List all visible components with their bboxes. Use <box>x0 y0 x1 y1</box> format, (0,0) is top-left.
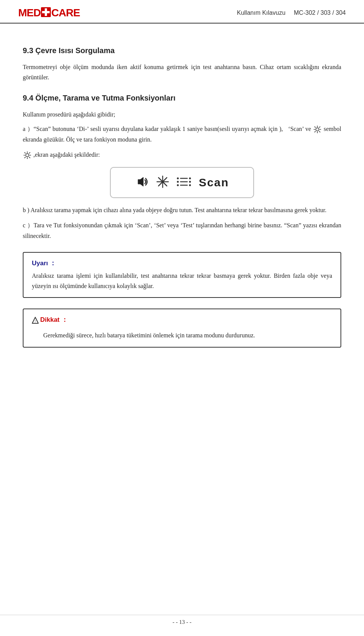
svg-point-26 <box>162 181 164 183</box>
manual-label: Kullanım Kılavuzu <box>237 9 286 16</box>
dikkat-box: ! Dikkat ： Gerekmediği sürece, hızlı bat… <box>23 309 341 348</box>
logo-care-text: CARE <box>51 7 80 19</box>
section-9-4-sublabel: Kullanım prosedürü aşağıdaki gibidir; <box>23 109 341 120</box>
svg-point-34 <box>189 181 191 183</box>
svg-text:!: ! <box>35 320 36 323</box>
dots-svg <box>176 175 192 188</box>
para-a-screen-desc: ,ekran aşağıdaki şekildedir: <box>23 150 341 160</box>
dikkat-title-row: ! Dikkat ： <box>32 315 332 327</box>
svg-point-35 <box>189 184 191 186</box>
svg-line-8 <box>315 127 315 128</box>
svg-point-33 <box>189 177 191 179</box>
svg-line-18 <box>29 157 30 158</box>
svg-point-27 <box>177 177 179 179</box>
dikkat-title-text: Dikkat ： <box>40 315 68 324</box>
scan-label: Scan <box>199 176 229 189</box>
svg-rect-2 <box>42 11 50 13</box>
cross-svg <box>41 7 51 17</box>
header-title: Kullanım Kılavuzu MC-302 / 303 / 304 <box>237 9 346 16</box>
svg-line-10 <box>319 127 320 128</box>
para-b: b ) Aralıksız tarama yapmak için cihazı … <box>23 205 341 216</box>
page-footer: - - 13 - - <box>0 615 364 625</box>
svg-line-20 <box>25 157 25 158</box>
page-content: 9.3 Çevre Isısı Sorgulama Termometreyi o… <box>0 24 364 377</box>
header: MED CARE Kullanım Kılavuzu MC-302 / 303 … <box>0 0 364 24</box>
logo: MED CARE <box>18 7 80 19</box>
asterisk-svg <box>156 175 169 188</box>
section-9-3-para1: Termometreyi obje ölçüm modunda iken akt… <box>23 62 341 82</box>
svg-marker-21 <box>138 177 143 186</box>
svg-point-29 <box>177 184 179 186</box>
svg-point-3 <box>316 128 319 131</box>
para-a: a ）“Scan” butonuna ‘Di-’ sesli uyarısı d… <box>23 124 341 145</box>
model-number: MC-302 / 303 / 304 <box>294 9 346 16</box>
dots-dashes-icon <box>176 175 192 190</box>
logo-med-text: MED <box>18 7 41 19</box>
svg-line-11 <box>315 131 315 132</box>
page-number: - - 13 - - <box>173 619 191 625</box>
scan-spin-icon2 <box>24 151 31 159</box>
para-c: c ）Tara ve Tut fonksiyonundan çıkmak içi… <box>23 220 341 241</box>
ekran-desc: ,ekran aşağıdaki şekildedir: <box>33 151 100 158</box>
dikkat-text: Gerekmediği sürece, hızlı batarya tüketi… <box>43 330 332 341</box>
triangle-warning-icon: ! <box>32 317 39 325</box>
svg-point-28 <box>177 181 179 183</box>
asterisk-icon <box>156 175 169 190</box>
logo-cross-icon <box>41 7 51 19</box>
speaker-icon <box>135 175 149 190</box>
scan-spin-icon <box>314 126 321 133</box>
warning-box: Uyarı ： Aralıksız tarama işlemi için kul… <box>23 252 341 298</box>
section-9-3-title: 9.3 Çevre Isısı Sorgulama <box>23 46 341 55</box>
triangle-svg: ! <box>32 317 39 324</box>
warning-title: Uyarı ： <box>32 259 332 268</box>
svg-line-9 <box>319 131 320 132</box>
svg-point-12 <box>26 154 29 157</box>
svg-line-17 <box>25 153 25 153</box>
section-9-4-title: 9.4 Ölçme, Tarama ve Tutma Fonksiyonları <box>23 94 341 102</box>
warning-text: Aralıksız tarama işlemi için kullanılabi… <box>32 271 332 291</box>
scan-display-box: Scan <box>110 167 254 198</box>
speaker-svg <box>135 175 149 189</box>
svg-line-19 <box>29 153 30 153</box>
para-a-text1: a ）“Scan” butonuna ‘Di-’ sesli uyarısı d… <box>23 126 283 132</box>
